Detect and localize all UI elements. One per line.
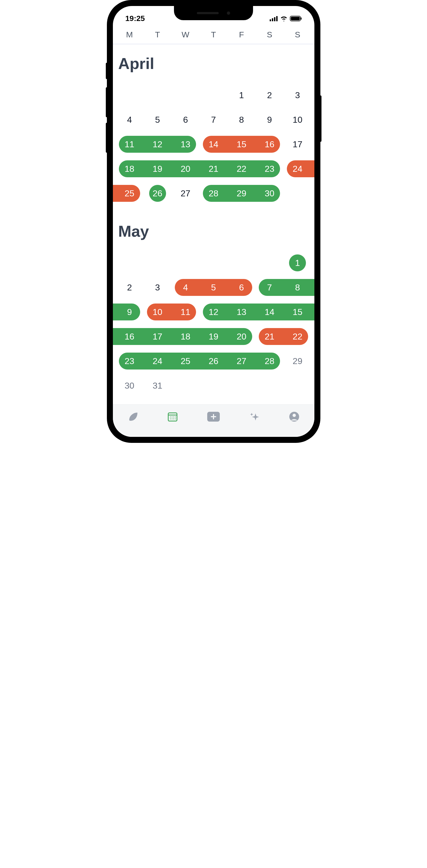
day-number: 26 [209, 356, 218, 366]
day-number: 24 [153, 356, 162, 366]
day-cell[interactable]: 26 [200, 352, 228, 370]
day-number: 25 [181, 356, 190, 366]
day-cell[interactable]: 30 [116, 377, 144, 394]
day-cell[interactable]: 23 [255, 160, 283, 177]
day-cell[interactable]: 17 [144, 328, 172, 345]
day-cell[interactable]: 12 [200, 304, 228, 320]
day-cell[interactable]: 1 [283, 254, 312, 271]
day-cell[interactable]: 25 [172, 352, 200, 370]
day-number: 5 [211, 282, 216, 292]
day-cell[interactable]: 15 [227, 136, 255, 153]
day-cell[interactable]: 7 [255, 279, 283, 296]
day-cell[interactable]: 20 [172, 160, 200, 177]
day-number: 8 [239, 115, 244, 125]
day-cell[interactable]: 22 [227, 160, 255, 177]
svg-point-19 [293, 414, 296, 417]
day-cell[interactable]: 16 [116, 328, 144, 345]
day-number: 26 [153, 188, 162, 198]
day-cell[interactable]: 4 [172, 279, 200, 296]
day-number: 9 [127, 307, 132, 317]
day-cell[interactable]: 28 [255, 352, 283, 370]
day-cell [116, 254, 144, 271]
day-number: 16 [125, 332, 134, 342]
day-number: 20 [181, 164, 190, 174]
day-cell[interactable]: 25 [116, 185, 144, 202]
day-cell[interactable]: 21 [255, 328, 283, 345]
tab-calendar[interactable] [166, 411, 179, 423]
weekday-label: T [200, 30, 228, 39]
day-cell[interactable]: 28 [200, 185, 228, 202]
day-cell[interactable]: 29 [227, 185, 255, 202]
day-cell[interactable]: 3 [283, 87, 312, 104]
day-number: 13 [181, 140, 190, 149]
day-cell[interactable]: 15 [283, 304, 312, 320]
day-cell[interactable]: 18 [172, 328, 200, 345]
day-cell[interactable]: 2 [255, 87, 283, 104]
day-cell[interactable]: 24 [144, 352, 172, 370]
tab-today[interactable] [127, 411, 139, 423]
day-number: 27 [237, 356, 246, 366]
day-number: 3 [295, 90, 300, 100]
day-cell [200, 254, 228, 271]
day-cell[interactable]: 22 [283, 328, 312, 345]
device-frame: 19:25 M T W T F S S April123456789101112… [107, 0, 321, 443]
day-cell[interactable]: 3 [144, 279, 172, 296]
day-cell[interactable]: 19 [144, 160, 172, 177]
day-cell[interactable]: 1 [227, 87, 255, 104]
day-cell [144, 87, 172, 104]
day-cell[interactable]: 9 [255, 111, 283, 128]
day-cell[interactable]: 16 [255, 136, 283, 153]
day-cell [200, 87, 228, 104]
day-cell[interactable]: 21 [200, 160, 228, 177]
day-number: 9 [267, 115, 272, 125]
weekday-label: F [227, 30, 255, 39]
day-cell[interactable]: 5 [144, 111, 172, 128]
day-number: 14 [209, 140, 218, 149]
day-number: 11 [181, 307, 190, 317]
day-cell[interactable]: 10 [144, 304, 172, 320]
svg-point-9 [170, 416, 171, 417]
day-cell[interactable]: 31 [144, 377, 172, 394]
month-title: April [116, 54, 312, 72]
day-cell[interactable]: 8 [283, 279, 312, 296]
leaf-icon [127, 411, 139, 423]
day-cell[interactable]: 11 [172, 304, 200, 320]
day-cell[interactable]: 19 [200, 328, 228, 345]
day-cell[interactable]: 13 [172, 136, 200, 153]
day-cell[interactable]: 27 [172, 185, 200, 202]
day-cell[interactable]: 23 [116, 352, 144, 370]
svg-point-12 [175, 416, 176, 417]
day-number: 2 [127, 282, 132, 292]
day-cell[interactable]: 30 [255, 185, 283, 202]
day-cell[interactable]: 12 [144, 136, 172, 153]
day-cell[interactable]: 9 [116, 304, 144, 320]
day-cell[interactable]: 2 [116, 279, 144, 296]
week-row: 1 [116, 254, 312, 271]
day-cell[interactable]: 6 [172, 111, 200, 128]
calendar-scroll[interactable]: April12345678910111213141516171819202122… [113, 44, 314, 404]
day-cell[interactable]: 4 [116, 111, 144, 128]
day-cell[interactable]: 14 [255, 304, 283, 320]
day-cell[interactable]: 18 [116, 160, 144, 177]
day-cell[interactable]: 5 [200, 279, 228, 296]
tab-profile[interactable] [288, 411, 300, 423]
svg-rect-5 [291, 17, 300, 21]
day-cell[interactable]: 17 [283, 136, 312, 153]
tab-add[interactable] [207, 411, 220, 422]
day-cell[interactable]: 26 [144, 185, 172, 202]
day-cell[interactable]: 11 [116, 136, 144, 153]
day-cell[interactable]: 20 [227, 328, 255, 345]
weekday-header: M T W T F S S [113, 25, 314, 44]
day-cell[interactable]: 14 [200, 136, 228, 153]
day-cell[interactable]: 6 [227, 279, 255, 296]
day-cell[interactable]: 7 [200, 111, 228, 128]
day-cell[interactable]: 10 [283, 111, 312, 128]
tab-insights[interactable] [248, 411, 261, 423]
day-cell[interactable]: 27 [227, 352, 255, 370]
svg-rect-3 [276, 16, 278, 21]
day-cell[interactable]: 29 [283, 352, 312, 370]
cellular-icon [270, 16, 278, 21]
day-cell[interactable]: 24 [283, 160, 312, 177]
day-cell[interactable]: 8 [227, 111, 255, 128]
day-cell[interactable]: 13 [227, 304, 255, 320]
